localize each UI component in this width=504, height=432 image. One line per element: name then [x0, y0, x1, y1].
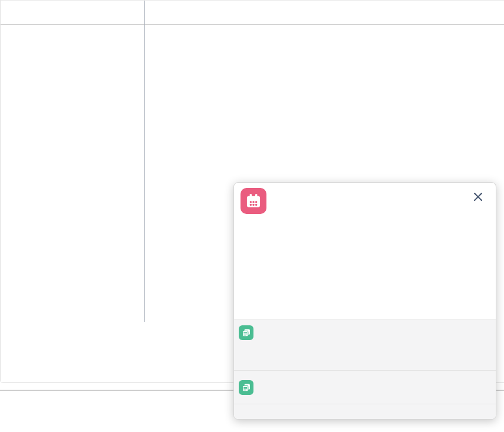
- popover-sections: [234, 319, 496, 420]
- calendar-icon: [241, 188, 266, 214]
- services-icon: [239, 325, 253, 340]
- popover-fields: [234, 220, 496, 319]
- services-table: [234, 343, 496, 370]
- event-details-popover: [233, 182, 496, 420]
- scheduler-page: [0, 0, 504, 432]
- close-icon[interactable]: [472, 192, 484, 203]
- tree-panel-border: [144, 1, 145, 322]
- popover-header: [234, 183, 496, 220]
- popover-footer: [234, 404, 496, 420]
- time-header-row: [1, 1, 504, 25]
- contacts-icon: [239, 380, 253, 395]
- contacts-section-header: [234, 371, 496, 404]
- services-section-header: [234, 319, 496, 343]
